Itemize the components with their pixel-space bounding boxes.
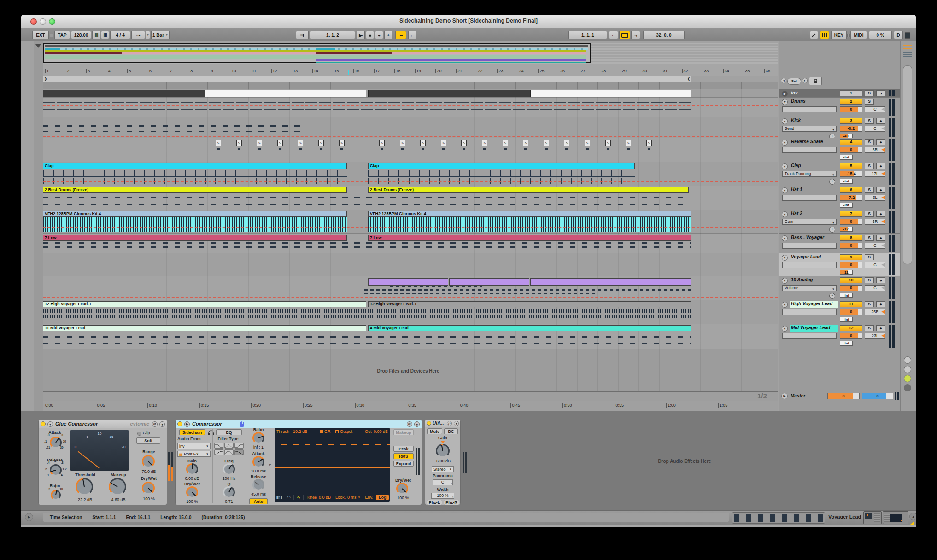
- automation-breakpoint-line[interactable]: [43, 181, 778, 182]
- track-high-voyager-lead-header[interactable]: ▼High Voyager Lead11S●025R-inf: [779, 300, 900, 324]
- reverse-snare-mini-clip[interactable]: ∿: [420, 140, 426, 146]
- track-drums-number-badge[interactable]: 2: [840, 99, 862, 105]
- auto-section-button[interactable]: [904, 366, 911, 373]
- track-reverse-snare-volume-slider[interactable]: 0: [840, 147, 862, 153]
- clip-title-bar[interactable]: [449, 278, 529, 286]
- arrangement-overview[interactable]: [43, 43, 778, 64]
- reverse-snare-mini-clip[interactable]: ∿: [277, 140, 283, 146]
- clip-title-bar[interactable]: VFH2 128BPM Glorious Kit 4: [368, 211, 691, 217]
- in-section-button[interactable]: [904, 356, 911, 364]
- comp-auto-release-button[interactable]: Auto: [249, 498, 268, 504]
- comp-drywet2-value[interactable]: 100 %: [390, 496, 416, 500]
- track-mid-voyager-lead-header[interactable]: ▼Mid Voyager Lead12S●023L-inf: [779, 324, 900, 349]
- knee-view-icon[interactable]: ◠: [284, 495, 294, 500]
- knee-value[interactable]: 0.0 dB: [319, 495, 331, 500]
- comp-drywet-value[interactable]: 100 %: [179, 499, 205, 504]
- reverse-snare-mini-clip[interactable]: ∿: [605, 140, 611, 146]
- comp-expand-button[interactable]: Expand: [393, 461, 414, 467]
- sidechain-toggle-button[interactable]: Sidechain: [179, 429, 205, 435]
- track-10-analog-volume-slider[interactable]: 0: [840, 285, 862, 291]
- follow-button[interactable]: ⇉: [296, 31, 309, 39]
- glue-makeup-value[interactable]: 4.60 dB: [102, 497, 135, 502]
- track-drums-name[interactable]: Drums: [790, 99, 838, 105]
- track-hat-1-fold-button[interactable]: ▼: [782, 187, 788, 193]
- gr-swatch[interactable]: [320, 430, 323, 433]
- compressor-fold-button[interactable]: ▶: [184, 421, 190, 427]
- track-voyager-lead-volume-slider[interactable]: 0: [840, 262, 862, 268]
- track-mid-voyager-lead-number-badge[interactable]: 12: [840, 325, 862, 331]
- reverse-snare-mini-clip[interactable]: ∿: [564, 140, 569, 146]
- track-reverse-snare-fold-button[interactable]: ▼: [782, 140, 788, 146]
- clip-waveform-preview[interactable]: [732, 512, 825, 524]
- track-high-voyager-lead-automation-value[interactable]: -inf: [840, 317, 853, 322]
- track-drums-solo-button[interactable]: S: [865, 99, 874, 105]
- status-play-icon[interactable]: ▶: [25, 513, 33, 521]
- highlighted-section-button[interactable]: [904, 375, 911, 382]
- glue-threshold-value[interactable]: -22.2 dB: [69, 497, 100, 502]
- glue-range-value[interactable]: 70.0 dB: [135, 469, 162, 474]
- utility-pan-slider[interactable]: C◂: [433, 479, 453, 485]
- arrangement-lane-kick[interactable]: [43, 117, 778, 138]
- record-button[interactable]: ●: [375, 31, 383, 39]
- track-drums-fold-button[interactable]: ▼: [782, 99, 788, 105]
- track-10-analog-add-automation-button[interactable]: +: [829, 293, 835, 299]
- reverse-snare-mini-clip[interactable]: ∿: [523, 140, 528, 146]
- glue-soft-clip-button[interactable]: Soft: [136, 438, 160, 444]
- track-hat-2-arm-button[interactable]: ●: [876, 211, 885, 217]
- track-clap-header[interactable]: ▼Clap5S●Track Panning▼-15.417L+-inf: [779, 162, 900, 186]
- comp-gain-value[interactable]: 0.00 dB: [179, 476, 205, 481]
- track-drums-header[interactable]: ▼Drums2S0C: [779, 98, 900, 117]
- io-section-toggle-icon[interactable]: [903, 44, 912, 49]
- show-hide-detail-button[interactable]: ▲: [909, 513, 916, 520]
- clip-inv-block[interactable]: [530, 90, 691, 97]
- track-reverse-snare-name[interactable]: Reverse Snare: [790, 139, 838, 146]
- track-inv-name[interactable]: inv: [790, 90, 838, 97]
- reverse-snare-mini-clip[interactable]: ∿: [544, 140, 549, 146]
- track-hat-1-solo-button[interactable]: S: [865, 187, 874, 193]
- draw-mode-pencil-button[interactable]: [810, 31, 818, 39]
- comp-freq-knob[interactable]: [223, 463, 235, 475]
- track-high-voyager-lead-arm-button[interactable]: ●: [876, 301, 885, 307]
- glue-makeup-knob[interactable]: [109, 478, 126, 496]
- master-cue-slider[interactable]: 0: [862, 393, 893, 399]
- automation-arm-button[interactable]: ●●: [395, 31, 406, 39]
- sidechain-tap-select[interactable]: ▮▮ Post FX▼: [177, 451, 211, 457]
- reverse-snare-mini-clip[interactable]: ∿: [503, 140, 508, 146]
- track-hat-2-number-badge[interactable]: 7: [840, 211, 862, 217]
- metronome-button[interactable]: ○●: [131, 31, 145, 39]
- tap-tempo-button[interactable]: TAP: [54, 31, 70, 39]
- track-clap-automation-value[interactable]: -inf: [840, 179, 853, 184]
- reverse-snare-mini-clip[interactable]: ∿: [379, 140, 385, 146]
- clip-title-bar[interactable]: 4 Mid Voyager Lead: [368, 325, 691, 331]
- track-hat-2-pan-slider[interactable]: 6R: [865, 219, 885, 225]
- quantization-menu[interactable]: 1 Bar▼: [151, 31, 170, 39]
- track-hat-2-name[interactable]: Hat 2: [790, 211, 838, 217]
- track-kick-header[interactable]: ▼Kick3S●Send▼-0.2C+-40.: [779, 117, 900, 138]
- filter-type-lowcut[interactable]: [214, 449, 223, 455]
- reverse-snare-mini-clip[interactable]: ∿: [585, 140, 590, 146]
- comp-makeup-button[interactable]: Makeup: [393, 429, 414, 435]
- track-high-voyager-lead-pan-slider[interactable]: 25R: [865, 309, 885, 315]
- key-map-button[interactable]: KEY: [831, 31, 847, 39]
- utility-mute-button[interactable]: Mute: [427, 428, 442, 434]
- track-10-analog-pan-slider[interactable]: C: [865, 285, 885, 291]
- track-clap-solo-button[interactable]: S: [865, 163, 874, 169]
- nudge-up-button[interactable]: IIII: [101, 31, 109, 39]
- time-ruler[interactable]: 0:000:050:100:150:200:250:300:350:400:45…: [43, 401, 778, 411]
- reverse-snare-mini-clip[interactable]: ∿: [646, 140, 652, 146]
- track-high-voyager-lead-number-badge[interactable]: 11: [840, 301, 862, 307]
- track-reverse-snare-solo-button[interactable]: S: [865, 139, 874, 145]
- track-voyager-lead-solo-button[interactable]: S: [865, 254, 874, 260]
- threshold-line[interactable]: [275, 444, 390, 445]
- glue-save-icon[interactable]: ●: [159, 421, 165, 427]
- master-volume-slider[interactable]: 0: [827, 393, 860, 399]
- sidechain-eq-button[interactable]: EQ: [216, 429, 242, 435]
- overdub-button[interactable]: +: [384, 31, 392, 39]
- scrub-area[interactable]: [43, 82, 778, 90]
- track-bass-voyager-name[interactable]: Bass - Voyager: [790, 235, 838, 241]
- reverse-snare-mini-clip[interactable]: ∿: [257, 140, 262, 146]
- automation-breakpoint-line[interactable]: [43, 298, 778, 298]
- track-kick-number-badge[interactable]: 3: [840, 118, 862, 124]
- wave-view-icon[interactable]: ∿: [294, 495, 304, 500]
- d-section-button[interactable]: [904, 384, 911, 391]
